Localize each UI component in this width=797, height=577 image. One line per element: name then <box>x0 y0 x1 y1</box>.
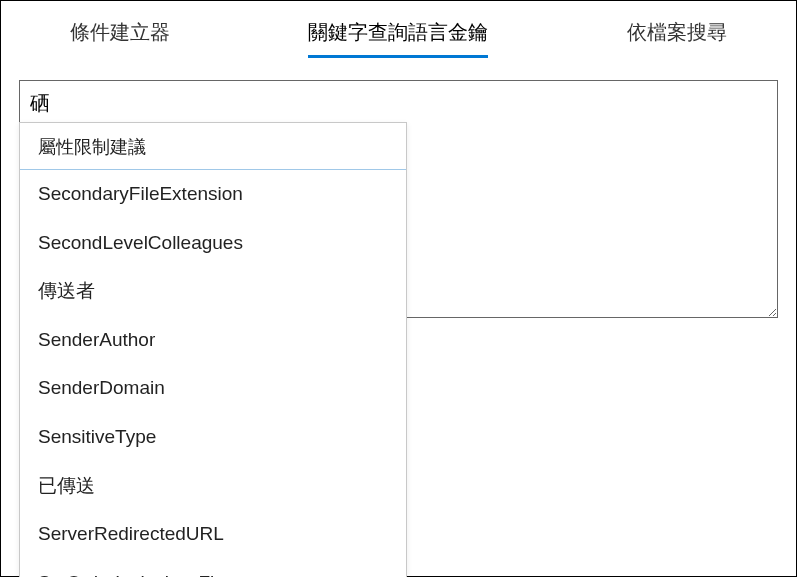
suggestion-item[interactable]: SenderAuthor <box>20 316 406 365</box>
suggestion-item[interactable]: SenderDomain <box>20 364 406 413</box>
query-area: 屬性限制建議 SecondaryFileExtension SecondLeve… <box>19 80 778 322</box>
suggestion-dropdown: 屬性限制建議 SecondaryFileExtension SecondLeve… <box>19 122 407 577</box>
suggestion-item[interactable]: SecondaryFileExtension <box>20 170 406 219</box>
suggestion-item[interactable]: SensitiveType <box>20 413 406 462</box>
tab-condition-builder[interactable]: 條件建立器 <box>70 19 170 56</box>
suggestion-header: 屬性限制建議 <box>20 123 406 170</box>
suggestion-item[interactable]: SetOrderInclusivesFirst <box>20 559 406 577</box>
suggestion-item[interactable]: ServerRedirectedURL <box>20 510 406 559</box>
suggestion-item[interactable]: 傳送者 <box>20 267 406 316</box>
tab-bar: 條件建立器 關鍵字查詢語言金鑰 依檔案搜尋 <box>1 1 796 56</box>
suggestion-item[interactable]: 已傳送 <box>20 462 406 511</box>
suggestion-item[interactable]: SecondLevelColleagues <box>20 219 406 268</box>
app-frame: 條件建立器 關鍵字查詢語言金鑰 依檔案搜尋 屬性限制建議 SecondaryFi… <box>0 0 797 577</box>
tab-kql-key[interactable]: 關鍵字查詢語言金鑰 <box>308 19 488 56</box>
tab-search-by-file[interactable]: 依檔案搜尋 <box>627 19 727 56</box>
